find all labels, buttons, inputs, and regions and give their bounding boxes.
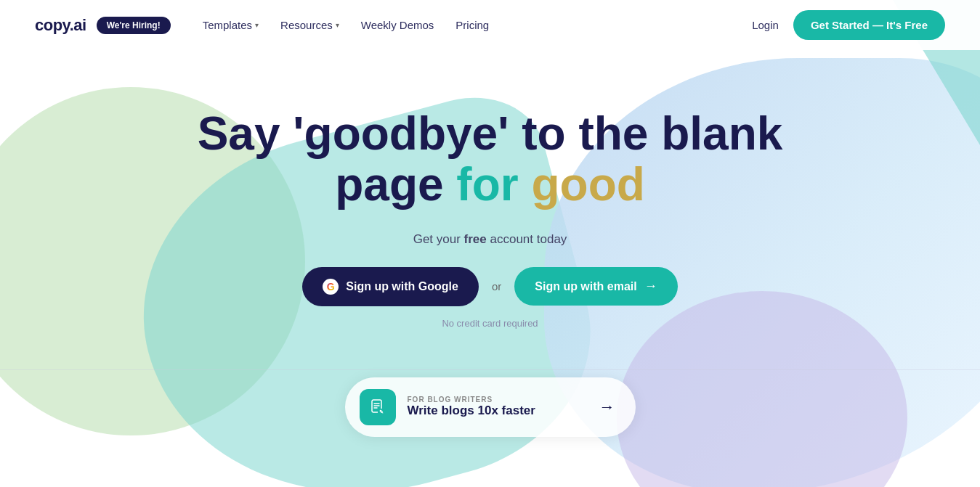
arrow-right-icon: → bbox=[644, 279, 657, 294]
resources-chevron-icon: ▾ bbox=[336, 21, 339, 29]
hero-title-good: good bbox=[531, 158, 644, 210]
brand-logo[interactable]: copy.ai bbox=[35, 16, 86, 35]
get-started-button[interactable]: Get Started — It's Free bbox=[793, 10, 945, 40]
hero-title-for: for bbox=[456, 158, 531, 210]
blog-card-title: Write blogs 10x faster bbox=[408, 404, 588, 418]
subtitle-suffix: account today bbox=[487, 232, 567, 246]
no-credit-text: No credit card required bbox=[442, 318, 538, 329]
resources-label: Resources bbox=[280, 19, 333, 31]
blog-card-label: FOR BLOG WRITERS bbox=[408, 396, 588, 404]
subtitle-prefix: Get your bbox=[413, 232, 464, 246]
templates-chevron-icon: ▾ bbox=[255, 21, 259, 29]
hero-title: Say 'goodbye' to the blank page for good bbox=[198, 108, 783, 210]
login-link[interactable]: Login bbox=[752, 19, 779, 31]
weekly-demos-label: Weekly Demos bbox=[361, 19, 434, 31]
hero-title-line2-prefix: page bbox=[335, 158, 456, 210]
section-divider bbox=[0, 369, 980, 370]
signup-email-label: Sign up with email bbox=[535, 280, 636, 293]
google-icon: G bbox=[323, 279, 339, 295]
nav-item-templates[interactable]: Templates ▾ bbox=[194, 13, 267, 37]
navbar: copy.ai We're Hiring! Templates ▾ Resour… bbox=[0, 0, 980, 50]
hiring-badge[interactable]: We're Hiring! bbox=[97, 17, 171, 34]
blog-card-arrow-icon: → bbox=[599, 398, 615, 417]
blog-card-icon: ✎ bbox=[360, 389, 396, 425]
pricing-label: Pricing bbox=[455, 19, 489, 31]
subtitle-bold: free bbox=[464, 232, 487, 246]
svg-text:✎: ✎ bbox=[378, 409, 383, 414]
templates-label: Templates bbox=[203, 19, 252, 31]
signup-google-label: Sign up with Google bbox=[346, 280, 458, 293]
hero-subtitle: Get your free account today bbox=[413, 232, 567, 247]
signup-email-button[interactable]: Sign up with email → bbox=[514, 267, 677, 306]
or-divider: or bbox=[492, 280, 501, 292]
signup-google-button[interactable]: G Sign up with Google bbox=[302, 267, 479, 306]
blog-card-text: FOR BLOG WRITERS Write blogs 10x faster bbox=[408, 396, 588, 418]
nav-item-resources[interactable]: Resources ▾ bbox=[272, 13, 348, 37]
hero-title-line1: Say 'goodbye' to the blank bbox=[198, 107, 783, 160]
hero-section: Say 'goodbye' to the blank page for good… bbox=[0, 50, 980, 437]
blog-card[interactable]: ✎ FOR BLOG WRITERS Write blogs 10x faste… bbox=[345, 377, 636, 437]
google-g-letter: G bbox=[327, 281, 335, 292]
hero-buttons: G Sign up with Google or Sign up with em… bbox=[302, 267, 677, 306]
nav-links: Templates ▾ Resources ▾ Weekly Demos Pri… bbox=[194, 13, 753, 37]
nav-item-pricing[interactable]: Pricing bbox=[447, 13, 498, 37]
nav-right: Login Get Started — It's Free bbox=[752, 10, 945, 40]
nav-item-weekly-demos[interactable]: Weekly Demos bbox=[352, 13, 443, 37]
document-icon: ✎ bbox=[369, 398, 386, 416]
